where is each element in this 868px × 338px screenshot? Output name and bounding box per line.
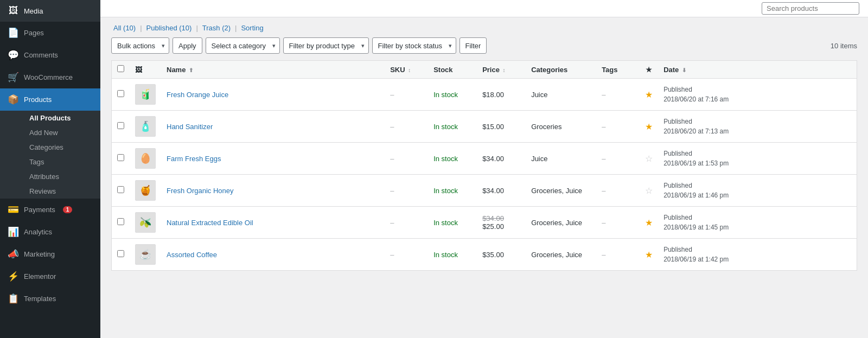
row-tags-3: – [596,175,640,207]
sidebar-item-products[interactable]: 📦 Products [0,88,100,111]
row-star-3: ☆ [640,175,658,207]
row-check-0 [112,79,130,111]
star-icon-5[interactable]: ★ [645,250,653,259]
row-stock-3: In stock [428,175,477,207]
table-row: 🫒 Natural Extracted Edible Oil – In stoc… [112,207,857,239]
price-0: $18.00 [482,91,504,99]
pages-icon: 📄 [8,27,18,39]
date-sort-icon: ⬇ [682,67,686,73]
bulk-actions-select[interactable]: Bulk actions [111,37,169,54]
sidebar-sub-categories[interactable]: Categories [24,140,100,155]
tab-sorting[interactable]: Sorting [239,24,265,32]
sidebar-item-woocommerce[interactable]: 🛒 WooCommerce [0,66,100,88]
product-thumbnail-1: 🧴 [135,116,156,137]
table-row: 🍯 Fresh Organic Honey – In stock $34.00 … [112,175,857,207]
tab-trash[interactable]: Trash (2) [200,24,233,32]
comments-icon: 💬 [8,49,18,61]
col-header-date[interactable]: Date ⬇ [658,61,857,79]
sidebar-item-elementor[interactable]: ⚡ Elementor [0,265,100,288]
sku-sort-icon: ↕ [408,67,411,73]
category-select[interactable]: Select a category [206,37,280,54]
products-icon: 📦 [8,94,18,105]
templates-icon: 📋 [8,293,18,304]
select-all-checkbox[interactable] [117,65,124,72]
row-name-5: Assorted Coffee [161,239,385,271]
row-date-2: Published 2018/06/19 at 1:53 pm [658,143,857,175]
apply-button[interactable]: Apply [173,37,202,54]
row-check-4 [112,207,130,239]
star-icon-1[interactable]: ★ [645,122,653,131]
row-checkbox-3[interactable] [117,186,124,193]
row-name-0: Fresh Orange Juice [161,79,385,111]
row-stock-0: In stock [428,79,477,111]
row-checkbox-5[interactable] [117,250,124,257]
row-price-0: $18.00 [477,79,526,111]
row-stock-5: In stock [428,239,477,271]
product-name-link-3[interactable]: Fresh Organic Honey [167,187,234,195]
date-value-3: 2018/06/19 at 1:46 pm [663,192,729,199]
date-value-4: 2018/06/19 at 1:45 pm [663,224,729,231]
product-type-select[interactable]: Filter by product type [283,37,369,54]
product-name-link-0[interactable]: Fresh Orange Juice [167,91,228,99]
stock-status-wrapper: Filter by stock status [372,37,456,54]
sidebar-sub-reviews[interactable]: Reviews [24,184,100,199]
row-tags-0: – [596,79,640,111]
payments-badge: 1 [63,206,73,213]
sidebar-sub-attributes[interactable]: Attributes [24,169,100,184]
product-name-link-5[interactable]: Assorted Coffee [167,251,217,259]
products-table: 🖼 Name ⬆ SKU ↕ Stock Price ↕ Categories … [111,60,857,271]
sidebar-item-pages[interactable]: 📄 Pages [0,22,100,44]
product-name-link-4[interactable]: Natural Extracted Edible Oil [167,219,253,227]
row-checkbox-4[interactable] [117,218,124,225]
search-products-input[interactable] [762,2,859,15]
sidebar-sub-add-new[interactable]: Add New [24,125,100,140]
price-5: $35.00 [482,251,504,259]
row-checkbox-1[interactable] [117,122,124,129]
product-thumbnail-0: 🧃 [135,84,156,105]
row-price-3: $34.00 [477,175,526,207]
row-categories-5: Groceries, Juice [526,239,596,271]
product-name-link-2[interactable]: Farm Fresh Eggs [167,155,221,163]
star-icon-0[interactable]: ★ [645,90,653,99]
row-check-3 [112,175,130,207]
price-sale-4: $25.00 [482,222,504,231]
price-3: $34.00 [482,187,504,195]
star-icon-2[interactable]: ☆ [645,154,653,163]
tab-all[interactable]: All (10) [111,24,138,32]
date-status-4: Published [663,214,692,221]
elementor-icon: ⚡ [8,271,18,282]
product-type-wrapper: Filter by product type [283,37,369,54]
sidebar-item-payments[interactable]: 💳 Payments 1 [0,199,100,221]
sidebar-item-marketing[interactable]: 📣 Marketing [0,243,100,265]
row-thumb-5: ☕ [130,239,161,271]
row-thumb-0: 🧃 [130,79,161,111]
filter-button[interactable]: Filter [459,37,487,54]
toolbar: Bulk actions Apply Select a category Fil… [111,37,857,54]
row-price-1: $15.00 [477,111,526,143]
row-sku-1: – [385,111,428,143]
sidebar-item-media[interactable]: 🖼 Media [0,0,100,22]
date-value-2: 2018/06/19 at 1:53 pm [663,160,729,167]
stock-status-select[interactable]: Filter by stock status [372,37,456,54]
row-stock-1: In stock [428,111,477,143]
star-icon-3[interactable]: ☆ [645,186,653,195]
tab-published[interactable]: Published (10) [144,24,194,32]
col-header-price[interactable]: Price ↕ [477,61,526,79]
row-date-0: Published 2018/06/20 at 7:16 am [658,79,857,111]
sidebar-item-templates[interactable]: 📋 Templates [0,288,100,310]
sidebar-item-analytics[interactable]: 📊 Analytics [0,221,100,243]
row-checkbox-2[interactable] [117,154,124,161]
sidebar-item-comments[interactable]: 💬 Comments [0,44,100,66]
row-price-5: $35.00 [477,239,526,271]
col-header-sku[interactable]: SKU ↕ [385,61,428,79]
sidebar-sub-all-products[interactable]: All Products [24,111,100,125]
media-icon: 🖼 [8,5,18,16]
row-sku-0: – [385,79,428,111]
product-name-link-1[interactable]: Hand Sanitizer [167,123,213,131]
row-checkbox-0[interactable] [117,90,124,97]
col-header-name[interactable]: Name ⬆ [161,61,385,79]
row-date-5: Published 2018/06/19 at 1:42 pm [658,239,857,271]
date-status-3: Published [663,182,692,189]
star-icon-4[interactable]: ★ [645,218,653,227]
sidebar-sub-tags[interactable]: Tags [24,155,100,169]
